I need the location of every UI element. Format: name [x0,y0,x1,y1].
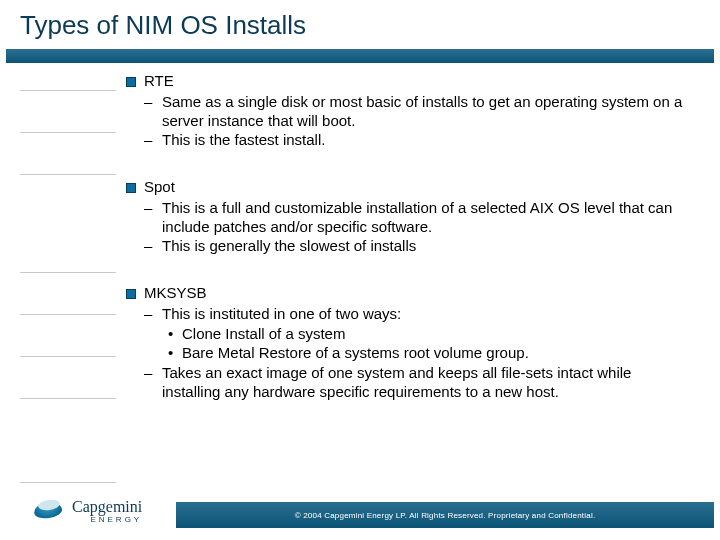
bullet-level1: Spot [126,178,692,197]
bullet-level1: RTE [126,72,692,91]
list-item: RTESame as a single disk or most basic o… [126,72,692,150]
rule-line [20,272,116,273]
rule-line [20,482,116,483]
footer-copyright: © 2004 Capgemini Energy LP. All Rights R… [295,511,596,520]
bullet-level2: This is generally the slowest of install… [126,237,692,256]
bullet-level3: Clone Install of a system [126,325,692,344]
slide: Types of NIM OS Installs RTESame as a si… [0,0,720,540]
title-bar: Types of NIM OS Installs [0,0,720,49]
rule-line [20,314,116,315]
bullet-level2: Takes an exact image of one system and k… [126,364,692,402]
bullet-level2: This is instituted in one of two ways: [126,305,692,324]
logo-text: Capgemini ENERGY [72,499,142,524]
rule-line [20,356,116,357]
slide-title: Types of NIM OS Installs [20,10,700,41]
rule-line [20,398,116,399]
list-item: SpotThis is a full and customizable inst… [126,178,692,256]
rule-line [20,174,116,175]
logo-energy: ENERGY [72,515,142,524]
bullet-level2: Same as a single disk or most basic of i… [126,93,692,131]
logo-swoosh-icon [34,498,66,524]
bullet-level2: This is the fastest install. [126,131,692,150]
footer-bar: © 2004 Capgemini Energy LP. All Rights R… [176,502,714,528]
rule-line [20,90,116,91]
capgemini-logo: Capgemini ENERGY [34,490,184,532]
left-rules [20,66,116,490]
footer: Capgemini ENERGY © 2004 Capgemini Energy… [6,496,714,534]
bullet-level2: This is a full and customizable installa… [126,199,692,237]
header-band [6,49,714,63]
body-list: RTESame as a single disk or most basic o… [126,72,692,430]
rule-line [20,132,116,133]
content-area: RTESame as a single disk or most basic o… [20,66,700,490]
list-item: MKSYSBThis is instituted in one of two w… [126,284,692,402]
bullet-level3: Bare Metal Restore of a systems root vol… [126,344,692,363]
logo-brand: Capgemini [72,499,142,515]
bullet-level1: MKSYSB [126,284,692,303]
